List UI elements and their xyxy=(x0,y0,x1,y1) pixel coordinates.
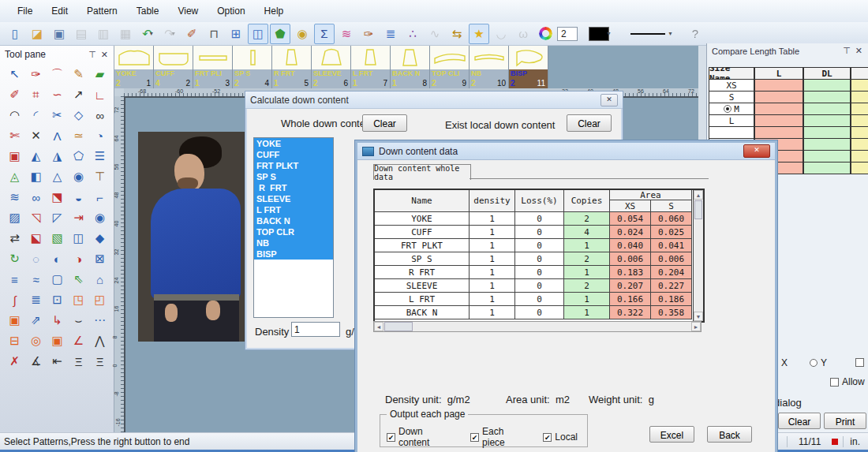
tool-protractor-icon[interactable]: ◔ xyxy=(89,125,110,146)
tool-pleat-tool-icon[interactable]: ◬ xyxy=(4,166,25,187)
compare-value-cell[interactable] xyxy=(851,162,868,174)
tool-button-tool-icon[interactable]: ◉ xyxy=(89,207,110,228)
clear-exist-button[interactable]: Clear xyxy=(567,114,612,132)
compare-value-cell[interactable] xyxy=(851,92,868,103)
tool-seam-columns-icon[interactable]: ≋ xyxy=(4,187,25,207)
tool-radial-arc-icon[interactable]: ◎ xyxy=(25,331,47,351)
pattern-thumbnail-l-frt[interactable]: L FRT17 xyxy=(351,46,391,88)
seam-allowance-icon[interactable]: ≋ xyxy=(336,24,357,44)
tool-pleat-pair-icon[interactable]: Ξ xyxy=(68,351,89,372)
horizontal-scrollbar[interactable]: ◄ ► xyxy=(373,321,702,332)
compare-value-cell[interactable] xyxy=(754,127,803,139)
tool-arc-tool-icon[interactable]: ◠ xyxy=(4,105,25,125)
tool-pattern-mark-icon[interactable]: ◑ xyxy=(68,248,89,269)
whole-piece-listbox[interactable]: YOKECUFFFRT PLKTSP S R FRTSLEEVEL FRTBAC… xyxy=(253,137,334,318)
tool-seam-curve-icon[interactable]: ∫ xyxy=(4,290,25,310)
tool-curve-tool-icon[interactable]: ◜ xyxy=(25,105,47,125)
tool-symmetry-box-icon[interactable]: ◰ xyxy=(89,290,110,310)
undo-icon[interactable]: ↶▾ xyxy=(137,24,158,44)
tool-flare-tool-icon[interactable]: △ xyxy=(47,166,68,187)
tool-collar-tool-icon[interactable]: ⌐ xyxy=(89,187,110,207)
unit-indicator[interactable]: in. xyxy=(843,436,868,447)
compare-value-cell[interactable] xyxy=(851,80,868,92)
compare-value-cell[interactable] xyxy=(803,151,851,162)
list-item-frt-plkt[interactable]: FRT PLKT xyxy=(254,160,333,171)
menu-view[interactable]: View xyxy=(168,2,208,20)
tool-measure-glasses-icon[interactable]: ∞ xyxy=(89,105,110,125)
compare-value-cell[interactable] xyxy=(851,103,868,115)
compare-value-cell[interactable] xyxy=(851,151,868,162)
compare-value-cell[interactable] xyxy=(803,139,851,151)
tool-spiral-tool-icon[interactable]: ◉ xyxy=(68,166,89,187)
table-row-yoke[interactable]: YOKE1020.0540.060 xyxy=(375,212,693,226)
table-row-cuff[interactable]: CUFF1040.0240.025 xyxy=(375,226,693,239)
output-option-each-piece[interactable]: ✔Each piece xyxy=(470,426,529,448)
radio-y[interactable] xyxy=(810,359,817,367)
scroll-down-icon[interactable]: ▼ xyxy=(694,312,703,321)
close-icon[interactable]: ✕ xyxy=(600,94,618,106)
list-item-nb[interactable]: NB xyxy=(254,237,333,248)
pattern-thumbnail-nb[interactable]: NB210 xyxy=(470,46,509,88)
table-row-r-frt[interactable]: R FRT1010.1830.204 xyxy=(375,266,693,279)
line-style-dropdown[interactable]: ▾ xyxy=(620,24,677,44)
list-item-back-n[interactable]: BACK N xyxy=(254,215,333,226)
horizontal-scroll-thumb[interactable] xyxy=(384,322,413,331)
dot-chart-icon[interactable]: ∴ xyxy=(402,24,423,44)
table-row-sp-s[interactable]: SP S1020.0060.006 xyxy=(375,252,693,266)
tool-seam-ripper-icon[interactable]: ∽ xyxy=(47,84,68,105)
checkbox-icon[interactable]: ✔ xyxy=(470,433,479,442)
save-icon[interactable]: ▣ xyxy=(49,24,69,44)
tool-sewing-machine-icon[interactable]: ⌂ xyxy=(89,269,110,290)
piece-fill-icon[interactable]: ⬟ xyxy=(270,24,290,44)
back-button[interactable]: Back xyxy=(707,426,752,443)
tool-iron-icon[interactable]: ≃ xyxy=(68,125,89,146)
tool-dart-fold-icon[interactable]: ◆ xyxy=(89,228,110,248)
star-measure-icon[interactable]: ★ xyxy=(469,24,489,44)
tool-pencil-icon[interactable]: ✎ xyxy=(68,64,89,84)
compare-value-cell[interactable] xyxy=(754,103,803,115)
tool-move-pattern-icon[interactable]: ⬠ xyxy=(68,146,89,166)
compare-value-cell[interactable] xyxy=(754,80,803,92)
tool-mirror-tool-icon[interactable]: ◭ xyxy=(25,146,47,166)
compare-row-s[interactable]: S xyxy=(709,92,868,103)
compare-value-cell[interactable] xyxy=(851,139,868,151)
compare-value-cell[interactable] xyxy=(754,92,803,103)
list-item-bisp[interactable]: BISP xyxy=(254,248,333,260)
tool-corner-adjust-icon[interactable]: ↳ xyxy=(47,310,68,331)
vertical-scrollbar[interactable]: ▲ ▼ xyxy=(693,190,703,321)
tool-pattern-copy-icon[interactable]: ▣ xyxy=(4,310,25,331)
tool-corner-cut-icon[interactable]: ◸ xyxy=(47,207,68,228)
tool-sleeve-rotate-icon[interactable]: ↻ xyxy=(4,248,25,269)
vertical-scroll-track[interactable] xyxy=(694,220,703,312)
color-wheel-icon[interactable] xyxy=(535,24,556,44)
tool-quad-shape-icon[interactable]: ▢ xyxy=(47,269,68,290)
pin-icon[interactable]: ⊤ xyxy=(86,50,99,60)
table-row-frt-plkt[interactable]: FRT PLKT1010.0400.041 xyxy=(375,239,693,252)
checkbox-unlabeled[interactable] xyxy=(855,358,864,367)
compare-value-cell[interactable] xyxy=(803,103,851,115)
tool-fabric-drape-icon[interactable]: ≈ xyxy=(25,269,47,290)
measure-sum-icon[interactable]: ⇆ xyxy=(447,24,467,44)
tool-pocket-tool-icon[interactable]: ◒ xyxy=(68,187,89,207)
tool-dart-transfer-icon[interactable]: ◹ xyxy=(25,207,47,228)
clear-whole-button[interactable]: Clear xyxy=(362,114,407,132)
tool-angle-line-icon[interactable]: ∡ xyxy=(25,351,47,372)
list-item-yoke[interactable]: YOKE xyxy=(254,138,333,149)
table-row-sleeve[interactable]: SLEEVE1020.2070.227 xyxy=(375,279,693,293)
tool-angle-mark-icon[interactable]: ⋀ xyxy=(89,331,110,351)
close-icon[interactable]: ✕ xyxy=(743,144,770,158)
tool-eraser-icon[interactable]: ▰ xyxy=(89,64,110,84)
tool-cut-curve-icon[interactable]: ✄ xyxy=(4,125,25,146)
compare-row-m[interactable]: M xyxy=(709,103,868,115)
list-item-r-frt[interactable]: R FRT xyxy=(254,182,333,193)
tool-corner-tool-icon[interactable]: ∟ xyxy=(89,84,110,105)
pattern-thumbnail-sleeve[interactable]: SLEEVE26 xyxy=(312,46,351,88)
tool-select-box-icon[interactable]: ⊡ xyxy=(47,290,68,310)
tab-down-content-whole-data[interactable]: Down content whole data xyxy=(373,164,471,180)
tool-compass-icon[interactable]: Λ xyxy=(47,125,68,146)
tool-curtain-pleat-icon[interactable]: ≡ xyxy=(4,269,25,290)
compare-value-cell[interactable] xyxy=(803,162,851,174)
menu-option[interactable]: Option xyxy=(208,2,254,20)
close-icon[interactable]: ✕ xyxy=(853,46,865,56)
glue-pen-icon[interactable]: ✐ xyxy=(181,24,202,44)
